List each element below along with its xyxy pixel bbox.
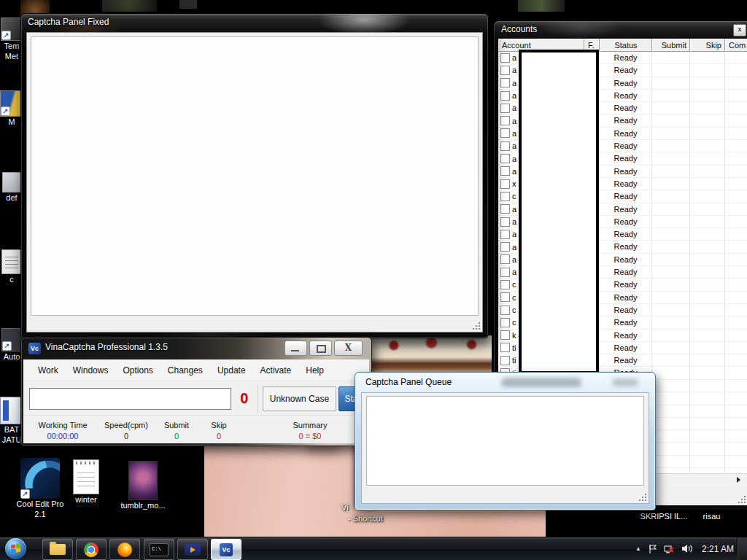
column-header-comments[interactable]: Com [725,39,747,52]
row-checkbox[interactable] [500,217,510,227]
status-cell: Ready [600,64,652,76]
row-checkbox[interactable] [500,230,510,239]
row-checkbox[interactable] [500,141,510,151]
row-checkbox[interactable] [500,356,510,365]
show-desktop-button[interactable] [737,537,747,560]
desktop-icon-tumblr-photo[interactable]: tumblr_mo... [115,461,171,510]
volume-icon[interactable] [681,544,693,553]
desktop-icon-label-risau[interactable]: risau [692,511,732,521]
column-header-submit[interactable]: Submit [652,39,690,52]
account-name-prefix: k [512,331,516,340]
column-header-status[interactable]: Status [600,39,652,52]
submit-cell [652,128,690,139]
submit-cell [652,64,690,76]
menu-activate[interactable]: Activate [260,365,292,376]
submit-cell [652,304,690,316]
row-checkbox[interactable] [500,128,510,138]
row-checkbox[interactable] [500,204,510,214]
menu-work[interactable]: Work [38,365,58,376]
minimize-button[interactable] [285,341,307,356]
skip-cell [690,241,725,252]
row-checkbox[interactable] [500,78,510,88]
submit-cell [652,316,690,328]
column-header-skip[interactable]: Skip [690,39,725,52]
stat-summary: Summary0 = $0 [270,421,350,440]
window-title: VinaCaptcha Professional 1.3.5 [45,342,168,352]
menu-update[interactable]: Update [217,365,246,376]
account-name-prefix: a [512,230,516,238]
status-cell: Ready [600,190,652,202]
status-cell: Ready [600,140,652,152]
network-icon[interactable] [664,544,675,554]
comments-cell [725,166,747,177]
text-file-icon [73,459,99,494]
comments-cell [725,367,747,378]
row-checkbox[interactable] [500,343,510,352]
menu-changes[interactable]: Changes [168,365,203,376]
row-checkbox[interactable] [500,104,510,113]
comments-cell [725,292,747,303]
row-checkbox[interactable] [500,91,510,101]
row-checkbox[interactable] [500,268,510,277]
maximize-button[interactable] [309,341,332,356]
submit-cell [652,241,690,252]
desktop-icon-winter[interactable]: winter [64,459,108,505]
row-checkbox[interactable] [500,192,510,201]
skip-cell [690,178,725,190]
desktop: ↗ Tem Met ↗ M def c ↗ Auto BAT JATU ↗ Co… [0,0,747,560]
captcha-panel-fixed-window: Captcha Panel Fixed [20,13,489,338]
chrome-icon [84,542,98,557]
account-name-prefix: a [512,129,516,138]
account-name-prefix: c [512,293,516,302]
row-checkbox[interactable] [500,292,510,302]
row-checkbox[interactable] [500,166,510,176]
status-cell: Ready [600,279,652,290]
status-cell: Ready [600,128,652,139]
row-checkbox[interactable] [500,318,510,327]
captcha-answer-input[interactable] [29,388,231,410]
unknown-case-button[interactable]: Unknown Case [263,386,337,411]
taskbar-clock[interactable]: 2:21 AM [702,544,734,554]
account-name-prefix: a [512,155,516,163]
show-hidden-icons-button[interactable]: ▲ [635,545,641,552]
resize-grip[interactable] [738,495,746,504]
resize-grip[interactable] [472,322,481,330]
taskbar-chrome-button[interactable] [76,539,107,560]
menu-windows[interactable]: Windows [73,365,109,376]
row-checkbox[interactable] [500,53,510,63]
close-button[interactable] [334,341,363,356]
desktop-icon-label-fragment: - Shortcut [348,513,383,524]
status-cell: Ready [600,228,652,240]
row-checkbox[interactable] [500,306,510,315]
row-checkbox[interactable] [500,254,510,264]
menu-help[interactable]: Help [306,365,324,376]
action-center-flag-icon[interactable] [648,544,657,554]
row-checkbox[interactable] [500,330,510,340]
window-client-area [26,32,483,332]
row-checkbox[interactable] [500,179,510,189]
shortcut-arrow-icon: ↗ [2,341,12,351]
account-name-prefix: a [512,117,516,125]
taskbar-explorer-button[interactable] [42,539,73,560]
account-name-prefix: a [512,66,516,74]
row-checkbox[interactable] [500,116,510,125]
wallpaper-fragment [102,0,157,12]
resize-grip[interactable] [638,493,647,502]
account-name-prefix: a [512,243,516,252]
command-prompt-icon: C:\ [150,543,169,556]
row-checkbox[interactable] [500,66,510,75]
row-checkbox[interactable] [500,154,510,163]
taskbar-cmd-button[interactable]: C:\ [144,539,174,560]
close-button[interactable]: x [733,24,746,36]
start-button[interactable] [5,538,26,559]
taskbar-media-player-button[interactable] [177,539,208,560]
row-checkbox[interactable] [500,280,510,289]
account-name-prefix: a [512,104,516,112]
row-checkbox[interactable] [500,242,510,252]
taskbar: C:\ Vc ▲ 2:21 AM [0,537,747,560]
taskbar-vinacaptcha-button[interactable]: Vc [211,539,241,560]
taskbar-firefox-button[interactable] [109,539,140,560]
menu-options[interactable]: Options [123,365,152,376]
comments-cell [725,279,747,290]
scroll-right-button[interactable] [733,475,745,486]
